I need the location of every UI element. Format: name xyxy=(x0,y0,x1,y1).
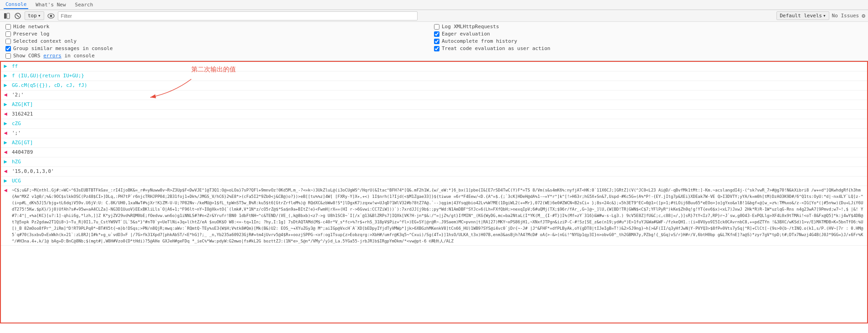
selected-context-label[interactable]: Selected context only xyxy=(13,38,77,44)
clear-icon[interactable] xyxy=(14,12,22,20)
treat-code-label[interactable]: Treat code evaluation as user action xyxy=(442,45,550,51)
console-line[interactable]: ◀';' xyxy=(1,129,867,138)
console-line[interactable]: ▶hZG xyxy=(1,157,867,167)
console-line[interactable]: ▶AZG[KT] xyxy=(1,100,867,110)
svg-line-3 xyxy=(16,15,19,17)
group-similar-label[interactable]: Group similar messages in console xyxy=(13,45,113,51)
console-line[interactable]: ▶f (IU,GU){return IU+GU;} xyxy=(1,71,867,81)
group-similar-checkbox[interactable] xyxy=(5,46,11,51)
line-content: UCG xyxy=(10,177,867,185)
selected-context-checkbox[interactable] xyxy=(5,39,11,44)
line-content: GG.cM(q5({}), cD, cJ, fJ) xyxy=(10,81,867,90)
level-dropdown[interactable]: top ▾ xyxy=(25,11,44,20)
line-content: ';' xyxy=(10,129,867,137)
show-cors-checkbox[interactable] xyxy=(5,53,11,59)
tab-bar: Console What's New Search xyxy=(0,0,868,10)
options-left: Hide network Preserve log Selected conte… xyxy=(5,24,434,59)
console-line[interactable]: ◀~C$;u&F;~M{nthl.Gj#:=WC~^63sEUBTBTFkGav… xyxy=(1,186,867,246)
levels-chevron: ▾ xyxy=(823,13,826,19)
console-line[interactable]: ◀'2;' xyxy=(1,91,867,100)
tab-console[interactable]: Console xyxy=(4,0,28,9)
console-line[interactable]: ◀3162421 xyxy=(1,110,867,119)
console-line[interactable]: ▶UCG xyxy=(1,177,867,186)
level-label: top xyxy=(28,13,37,19)
console-line[interactable]: ▶cZG xyxy=(1,119,867,129)
default-levels-dropdown[interactable]: Default levels ▾ xyxy=(776,11,829,20)
tab-whats-new[interactable]: What's New xyxy=(34,1,67,9)
line-content: '15,0,0,1,3,0' xyxy=(10,167,867,176)
option-autocomplete: Autocomplete from history xyxy=(434,38,863,44)
line-arrow-indicator[interactable]: ▶ xyxy=(1,177,10,184)
eager-eval-checkbox[interactable] xyxy=(434,31,439,37)
line-arrow-indicator[interactable]: ◀ xyxy=(1,167,10,174)
panel-icon[interactable] xyxy=(3,12,11,20)
line-content: ff xyxy=(10,62,867,71)
console-area[interactable]: ▶ff▶f (IU,GU){return IU+GU;}▶GG.cM(q5({}… xyxy=(0,61,868,323)
line-arrow-indicator[interactable]: ◀ xyxy=(1,110,10,117)
show-cors-label[interactable]: Show CORS errors in console xyxy=(13,53,95,59)
line-content: AZG[KT] xyxy=(10,101,867,109)
option-log-xmlhttp: Log XMLHttpRequests xyxy=(434,24,863,30)
svg-rect-1 xyxy=(7,13,10,19)
line-content: 3162421 xyxy=(10,110,867,118)
line-arrow-indicator[interactable]: ▶ xyxy=(1,120,10,126)
hide-network-checkbox[interactable] xyxy=(5,24,11,30)
autocomplete-checkbox[interactable] xyxy=(434,39,439,44)
line-arrow-indicator[interactable]: ▶ xyxy=(1,81,10,88)
option-hide-network: Hide network xyxy=(5,24,434,30)
eager-eval-label[interactable]: Eager evaluation xyxy=(442,31,490,37)
line-arrow-indicator[interactable]: ▶ xyxy=(1,72,10,79)
log-xmlhttp-label[interactable]: Log XMLHttpRequests xyxy=(442,24,499,30)
toolbar: top ▾ Default levels ▾ No Issues ⚙ xyxy=(0,10,868,22)
line-arrow-indicator[interactable]: ▶ xyxy=(1,101,10,107)
level-chevron: ▾ xyxy=(38,13,41,19)
autocomplete-label[interactable]: Autocomplete from history xyxy=(442,38,517,44)
option-eager-eval: Eager evaluation xyxy=(434,31,863,37)
levels-label: Default levels xyxy=(780,13,822,19)
option-show-cors: Show CORS errors in console xyxy=(5,53,434,59)
line-content: AZG[GT] xyxy=(10,139,867,147)
svg-rect-0 xyxy=(4,13,6,19)
console-line[interactable]: ▶AZG[GT] xyxy=(1,138,867,148)
line-arrow-indicator[interactable]: ◀ xyxy=(1,148,10,155)
line-content: '2;' xyxy=(10,91,867,99)
line-content: hZG xyxy=(10,158,867,166)
line-content: f (IU,GU){return IU+GU;} xyxy=(10,72,867,80)
line-arrow-indicator[interactable]: ▶ xyxy=(1,62,10,69)
preserve-log-checkbox[interactable] xyxy=(5,31,11,37)
options-panel: Hide network Preserve log Selected conte… xyxy=(0,22,868,61)
option-selected-context: Selected context only xyxy=(5,38,434,44)
tab-search[interactable]: Search xyxy=(73,1,95,9)
line-arrow-indicator[interactable]: ▶ xyxy=(1,139,10,146)
settings-icon[interactable]: ⚙ xyxy=(862,12,865,19)
options-right: Log XMLHttpRequests Eager evaluation Aut… xyxy=(434,24,863,59)
log-xmlhttp-checkbox[interactable] xyxy=(434,24,439,30)
option-treat-code: Treat code evaluation as user action xyxy=(434,45,863,51)
console-line[interactable]: ◀'15,0,0,1,3,0' xyxy=(1,167,867,177)
treat-code-checkbox[interactable] xyxy=(434,46,439,51)
option-group-similar: Group similar messages in console xyxy=(5,45,434,51)
hide-network-label[interactable]: Hide network xyxy=(13,24,49,30)
line-content: 4404789 xyxy=(10,148,867,156)
line-arrow-indicator[interactable]: ◀ xyxy=(1,91,10,98)
svg-point-5 xyxy=(50,15,52,17)
eye-icon[interactable] xyxy=(47,12,55,20)
console-line[interactable]: ◀4404789 xyxy=(1,148,867,157)
preserve-log-label[interactable]: Preserve log xyxy=(13,31,49,37)
line-arrow-indicator[interactable]: ▶ xyxy=(1,158,10,165)
console-line[interactable]: ▶GG.cM(q5({}), cD, cJ, fJ) xyxy=(1,81,867,91)
filter-input[interactable] xyxy=(58,11,418,20)
line-content: ~C$;u&F;~M{nthl.Gj#:=WC~^63sEUBTBTFkGav_… xyxy=(10,187,867,245)
no-issues-label: No Issues xyxy=(832,13,859,19)
line-arrow-indicator[interactable]: ◀ xyxy=(1,187,10,193)
console-line[interactable]: ▶ff xyxy=(1,62,867,71)
line-arrow-indicator[interactable]: ◀ xyxy=(1,129,10,136)
line-content: cZG xyxy=(10,120,867,128)
option-preserve-log: Preserve log xyxy=(5,31,434,37)
